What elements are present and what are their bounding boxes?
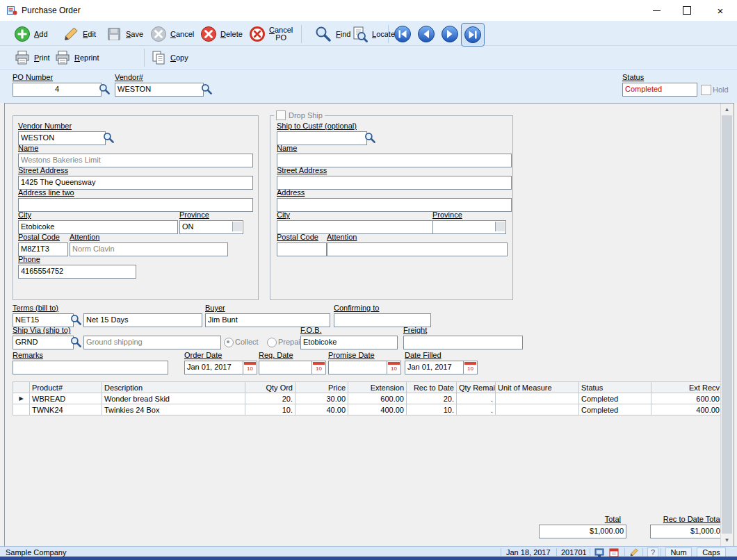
- delete-button[interactable]: Delete: [200, 24, 243, 44]
- edit-button[interactable]: Edit: [63, 24, 96, 44]
- grid-col-qty-remain[interactable]: Qty Remain: [457, 382, 496, 393]
- cell-qty-ord[interactable]: 20.: [245, 393, 295, 404]
- fob-input[interactable]: Etobicoke: [300, 336, 398, 349]
- table-row[interactable]: TWNK24 Twinkies 24 Box 10. 40.00 400.00 …: [13, 404, 722, 415]
- terms-code-input[interactable]: NET15: [13, 313, 74, 327]
- vendor-attention-input[interactable]: Norm Clavin: [70, 242, 228, 256]
- cell-extension[interactable]: 600.00: [348, 393, 407, 404]
- dropship-postal-input[interactable]: [277, 242, 327, 256]
- req-date-input[interactable]: [259, 361, 316, 374]
- cancel-po-button[interactable]: Cancel PO: [249, 24, 293, 44]
- grid-col-extension[interactable]: Extension: [348, 382, 407, 393]
- promise-date-calendar-button[interactable]: 10: [387, 361, 401, 374]
- ship-via-lookup-button[interactable]: [70, 336, 82, 348]
- order-date-input[interactable]: Jan 01, 2017: [184, 361, 247, 374]
- vendor-street-input[interactable]: 1425 The Queensway: [18, 176, 253, 190]
- province-dropdown-button[interactable]: [495, 222, 505, 231]
- print-button[interactable]: Print: [14, 48, 50, 67]
- line-items-grid[interactable]: Product# Description Qty Ord Price Exten…: [13, 381, 722, 415]
- previous-record-button[interactable]: [415, 23, 437, 45]
- add-button[interactable]: Add: [14, 24, 48, 44]
- cell-qty-remain[interactable]: .: [457, 404, 496, 415]
- date-filled-calendar-button[interactable]: 10: [463, 361, 478, 374]
- vendor-address2-input[interactable]: [18, 198, 253, 212]
- confirming-to-input[interactable]: [334, 313, 431, 327]
- vendor-province-input[interactable]: ON: [179, 220, 243, 234]
- dropship-province-input[interactable]: [432, 220, 506, 234]
- vendor-number-header-input[interactable]: WESTON: [115, 83, 204, 97]
- grid-col-ext-recv[interactable]: Ext Recv: [651, 382, 722, 393]
- dropship-address-input[interactable]: [277, 198, 512, 212]
- po-number-input[interactable]: 4: [13, 83, 102, 97]
- first-record-button[interactable]: [391, 23, 414, 45]
- cell-rec-to-date[interactable]: 10.: [407, 404, 457, 415]
- promise-date-input[interactable]: [328, 361, 391, 374]
- cell-status[interactable]: Completed: [579, 404, 651, 415]
- vertical-scrollbar[interactable]: ▲ ▼: [720, 104, 733, 546]
- vendor-lookup-button[interactable]: [201, 83, 213, 95]
- close-button[interactable]: ×: [704, 0, 737, 21]
- cell-product[interactable]: TWNK24: [30, 404, 102, 415]
- cell-description[interactable]: Wonder bread Skid: [102, 393, 245, 404]
- scroll-up-button[interactable]: ▲: [721, 104, 733, 115]
- find-button[interactable]: Find: [314, 24, 350, 44]
- date-filled-input[interactable]: Jan 01, 2017: [405, 361, 467, 374]
- grid-col-qty-ord[interactable]: Qty Ord: [245, 382, 295, 393]
- grid-col-price[interactable]: Price: [295, 382, 348, 393]
- copy-button[interactable]: Copy: [150, 48, 188, 67]
- order-date-calendar-button[interactable]: 10: [243, 361, 257, 374]
- cell-qty-ord[interactable]: 10.: [245, 404, 295, 415]
- cell-unit[interactable]: [496, 404, 579, 415]
- last-record-button[interactable]: [461, 23, 485, 47]
- dropship-street-input[interactable]: [277, 176, 512, 190]
- reprint-button[interactable]: Reprint: [54, 48, 99, 67]
- hold-checkbox[interactable]: [701, 85, 711, 95]
- dropship-city-input[interactable]: [277, 220, 434, 234]
- prepaid-radio[interactable]: [267, 338, 277, 347]
- cell-ext-recv[interactable]: 600.00: [651, 393, 722, 404]
- cancel-button[interactable]: Cancel: [150, 24, 194, 44]
- cell-ext-recv[interactable]: 400.00: [651, 404, 722, 415]
- grid-col-rec-to-date[interactable]: Rec to Date: [407, 382, 457, 393]
- grid-col-description[interactable]: Description: [102, 382, 245, 393]
- grid-col-status[interactable]: Status: [579, 382, 651, 393]
- cell-product[interactable]: WBREAD: [30, 393, 102, 404]
- row-selector-cell[interactable]: ▶: [13, 393, 30, 404]
- vendor-city-input[interactable]: Etobicoke: [18, 220, 178, 234]
- remarks-input[interactable]: [13, 361, 168, 374]
- cell-description[interactable]: Twinkies 24 Box: [102, 404, 245, 415]
- cell-rec-to-date[interactable]: 20.: [407, 393, 457, 404]
- vendor-number-lookup-button[interactable]: [103, 132, 115, 144]
- cell-status[interactable]: Completed: [579, 393, 651, 404]
- vendor-number-input[interactable]: WESTON: [18, 131, 106, 145]
- vendor-name-input[interactable]: Westons Bakeries Limit: [18, 154, 253, 167]
- table-row[interactable]: ▶ WBREAD Wonder bread Skid 20. 30.00 600…: [13, 393, 722, 404]
- province-dropdown-button[interactable]: [232, 222, 242, 231]
- grid-col-product[interactable]: Product#: [30, 382, 102, 393]
- ship-to-cust-input[interactable]: [277, 131, 367, 145]
- terms-lookup-button[interactable]: [70, 314, 82, 326]
- collect-radio[interactable]: [224, 338, 234, 347]
- po-number-lookup-button[interactable]: [99, 83, 111, 95]
- buyer-input[interactable]: Jim Bunt: [205, 313, 330, 327]
- row-selector-cell[interactable]: [13, 404, 30, 415]
- cell-price[interactable]: 30.00: [295, 393, 348, 404]
- vendor-phone-input[interactable]: 4165554752: [18, 265, 136, 279]
- dropship-name-input[interactable]: [277, 154, 512, 167]
- dropship-attention-input[interactable]: [327, 242, 508, 256]
- freight-input[interactable]: [403, 336, 523, 349]
- cell-price[interactable]: 40.00: [295, 404, 348, 415]
- ship-to-cust-lookup-button[interactable]: [364, 132, 376, 144]
- drop-ship-checkbox[interactable]: [276, 110, 286, 120]
- maximize-button[interactable]: [672, 0, 702, 21]
- cell-extension[interactable]: 400.00: [348, 404, 407, 415]
- vendor-postal-input[interactable]: M8Z1T3: [18, 242, 68, 256]
- next-record-button[interactable]: [439, 23, 461, 45]
- minimize-button[interactable]: [641, 0, 672, 21]
- cell-unit[interactable]: [496, 393, 579, 404]
- req-date-calendar-button[interactable]: 10: [311, 361, 326, 374]
- scrollbar-thumb[interactable]: [722, 115, 732, 534]
- grid-col-unit[interactable]: Unit of Measure: [496, 382, 579, 393]
- cell-qty-remain[interactable]: .: [457, 393, 496, 404]
- scroll-down-button[interactable]: ▼: [721, 534, 733, 546]
